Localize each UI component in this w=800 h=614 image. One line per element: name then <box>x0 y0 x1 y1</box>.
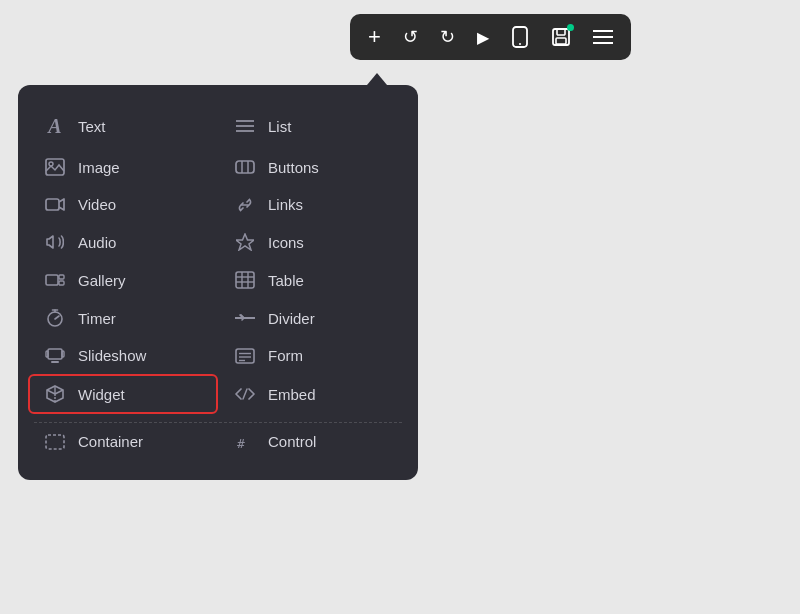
menu-item-text[interactable]: A Text <box>28 105 218 148</box>
slideshow-icon <box>44 348 66 364</box>
container-label: Container <box>78 433 143 450</box>
widget-icon <box>44 384 66 404</box>
menu-item-links[interactable]: Links <box>218 186 408 223</box>
buttons-icon <box>234 160 256 174</box>
text-icon: A <box>44 115 66 138</box>
svg-rect-21 <box>59 281 64 285</box>
embed-icon <box>234 387 256 401</box>
video-label: Video <box>78 196 116 213</box>
svg-rect-13 <box>236 161 254 173</box>
list-icon <box>234 119 256 134</box>
menu-item-list[interactable]: List <box>218 105 408 148</box>
menu-item-timer[interactable]: Timer <box>28 299 218 337</box>
undo-icon: ↺ <box>403 26 418 48</box>
buttons-label: Buttons <box>268 159 319 176</box>
audio-icon <box>44 233 66 251</box>
timer-label: Timer <box>78 310 116 327</box>
device-button[interactable] <box>511 26 529 48</box>
save-dot <box>567 24 574 31</box>
image-label: Image <box>78 159 120 176</box>
svg-rect-4 <box>556 38 566 44</box>
add-element-dropdown: A Text List Image <box>18 85 418 480</box>
timer-icon <box>44 309 66 327</box>
image-icon <box>44 158 66 176</box>
svg-rect-40 <box>46 351 48 357</box>
svg-rect-41 <box>62 351 64 357</box>
play-button[interactable]: ▶ <box>477 28 489 47</box>
table-label: Table <box>268 272 304 289</box>
menu-item-icons[interactable]: Icons <box>218 223 408 261</box>
undo-button[interactable]: ↺ <box>403 26 418 48</box>
menu-item-container[interactable]: Container <box>28 423 218 460</box>
control-label: Control <box>268 433 316 450</box>
dropdown-caret <box>367 73 387 85</box>
svg-rect-19 <box>46 275 58 285</box>
svg-marker-18 <box>236 234 254 250</box>
icons-icon <box>234 233 256 251</box>
svg-text:#: # <box>237 436 245 450</box>
gallery-icon <box>44 271 66 289</box>
video-icon <box>44 197 66 212</box>
menu-item-audio[interactable]: Audio <box>28 223 218 261</box>
toolbar: + ↺ ↻ ▶ <box>350 14 631 60</box>
divider-label: Divider <box>268 310 315 327</box>
menu-item-table[interactable]: Table <box>218 261 408 299</box>
redo-icon: ↻ <box>440 26 455 48</box>
svg-rect-39 <box>48 349 62 359</box>
links-icon <box>234 198 256 212</box>
menu-item-image[interactable]: Image <box>28 148 218 186</box>
embed-label: Embed <box>268 386 316 403</box>
icons-label: Icons <box>268 234 304 251</box>
svg-rect-48 <box>46 435 64 449</box>
svg-rect-20 <box>59 275 64 279</box>
svg-rect-16 <box>46 199 59 210</box>
menu-item-video[interactable]: Video <box>28 186 218 223</box>
add-icon: + <box>368 24 381 50</box>
container-icon <box>44 434 66 450</box>
svg-line-47 <box>243 389 247 399</box>
bottom-items: Container # Control <box>28 423 408 460</box>
add-button[interactable]: + <box>368 24 381 50</box>
gallery-label: Gallery <box>78 272 126 289</box>
slideshow-label: Slideshow <box>78 347 146 364</box>
menu-item-embed[interactable]: Embed <box>218 374 408 414</box>
svg-point-1 <box>519 43 521 45</box>
save-button[interactable] <box>551 27 571 47</box>
form-icon <box>234 348 256 364</box>
form-label: Form <box>268 347 303 364</box>
table-icon <box>234 271 256 289</box>
play-icon: ▶ <box>477 28 489 47</box>
list-label: List <box>268 118 291 135</box>
svg-line-29 <box>55 316 59 319</box>
links-label: Links <box>268 196 303 213</box>
menu-item-slideshow[interactable]: Slideshow <box>28 337 218 374</box>
text-label: Text <box>78 118 106 135</box>
divider-icon <box>234 313 256 323</box>
menu-item-control[interactable]: # Control <box>218 423 408 460</box>
menu-item-gallery[interactable]: Gallery <box>28 261 218 299</box>
menu-item-buttons[interactable]: Buttons <box>218 148 408 186</box>
audio-label: Audio <box>78 234 116 251</box>
widget-label: Widget <box>78 386 125 403</box>
phone-icon <box>511 26 529 48</box>
menu-grid: A Text List Image <box>28 105 408 414</box>
svg-rect-22 <box>236 272 254 288</box>
menu-item-divider[interactable]: Divider <box>218 299 408 337</box>
hamburger-icon <box>593 29 613 45</box>
menu-item-widget[interactable]: Widget <box>28 374 218 414</box>
control-icon: # <box>234 434 256 450</box>
menu-item-form[interactable]: Form <box>218 337 408 374</box>
redo-button[interactable]: ↻ <box>440 26 455 48</box>
hamburger-menu-button[interactable] <box>593 29 613 45</box>
